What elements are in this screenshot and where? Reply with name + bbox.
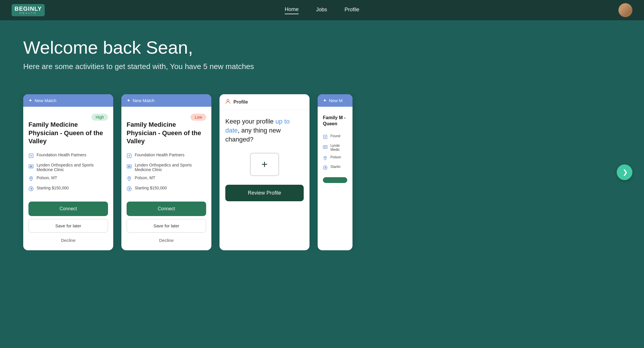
decline-button-2[interactable]: Decline — [127, 236, 206, 244]
card-2-hospital-text: Foundation Health Partners — [135, 153, 184, 157]
card-1-header: ✦ New Match — [23, 94, 113, 107]
building-icon-1 — [28, 163, 34, 169]
profile-prompt-text: Keep your profile up to date, any thing … — [225, 117, 304, 144]
card-1-title: Family Medicine Physician - Queen of the… — [28, 121, 108, 146]
save-button-2[interactable]: Save for later — [127, 219, 206, 233]
avatar[interactable] — [618, 3, 632, 17]
card-1-detail-location: Polson, MT — [28, 175, 108, 182]
card-match-2: ✦ New Match Low Family Medicine Physicia… — [121, 94, 211, 250]
connect-button-2[interactable]: Connect — [127, 202, 206, 216]
decline-button-1[interactable]: Decline — [28, 236, 108, 244]
svg-rect-2 — [31, 166, 32, 167]
card-2-building-text: Lynden Orthopedics and Sports Medicine C… — [135, 163, 206, 172]
sparkle-icon-2: ✦ — [127, 98, 130, 103]
card-2-detail-hospital: Foundation Health Partners — [127, 153, 206, 159]
card-2-title: Family Medicine Physician - Queen of the… — [127, 121, 206, 146]
match-badge-low: Low — [190, 114, 206, 121]
card-2-body: Low Family Medicine Physician - Queen of… — [121, 107, 211, 250]
card-2-detail-building: Lynden Orthopedics and Sports Medicine C… — [127, 163, 206, 172]
svg-point-3 — [30, 177, 32, 179]
plus-icon: + — [261, 158, 267, 171]
card-4-body: Family M - Queen Found Lynde Medic Polso… — [318, 107, 352, 192]
money-icon-4 — [323, 165, 328, 171]
building-icon-2 — [127, 163, 132, 169]
card-1-salary-text: Starting $150,000 — [37, 186, 69, 190]
svg-point-8 — [129, 177, 130, 179]
logo-main-text: BEGINLY — [15, 6, 42, 12]
cards-container: ✦ New Match High Family Medicine Physici… — [0, 94, 644, 250]
chevron-right-icon: ❯ — [623, 168, 628, 176]
card-1-location-text: Polson, MT — [37, 175, 57, 180]
connect-button-1[interactable]: Connect — [28, 202, 108, 216]
card-match-1: ✦ New Match High Family Medicine Physici… — [23, 94, 113, 250]
hero-subtitle: Here are some activities to get started … — [23, 62, 621, 71]
card-4-detail-3: Polson — [323, 155, 347, 161]
next-button[interactable]: ❯ — [617, 164, 632, 180]
card-1-detail-hospital: Foundation Health Partners — [28, 153, 108, 159]
logo[interactable]: BEGINLY HEALTH — [12, 4, 45, 16]
money-icon-2 — [127, 186, 132, 192]
location-icon-2 — [127, 176, 132, 182]
card-4-detail-1: Found — [323, 134, 347, 140]
match-badge-high: High — [91, 114, 108, 121]
person-icon — [225, 98, 231, 106]
card-4-text-4: Startin — [330, 165, 341, 169]
card-4-text-1: Found — [330, 134, 340, 138]
card-4-text-3: Polson — [330, 155, 341, 159]
hero-title: Welcome back Sean, — [23, 38, 621, 57]
nav-profile[interactable]: Profile — [345, 7, 359, 14]
save-button-1[interactable]: Save for later — [28, 219, 108, 233]
card-2-header-label: New Match — [133, 98, 154, 103]
svg-rect-6 — [127, 165, 132, 168]
card-2-salary-text: Starting $150,000 — [135, 186, 167, 190]
hospital-icon-1 — [28, 153, 34, 159]
card-4-title: Family M - Queen — [323, 115, 347, 127]
nav-jobs[interactable]: Jobs — [316, 7, 327, 14]
card-4-header-label: New M — [329, 98, 343, 103]
review-profile-button[interactable]: Review Profile — [225, 185, 304, 201]
logo-sub-text: HEALTH — [20, 12, 37, 14]
svg-rect-12 — [323, 145, 327, 148]
money-icon-1 — [28, 186, 34, 192]
nav-links: Home Jobs Profile — [285, 6, 359, 14]
sparkle-icon-4: ✦ — [323, 98, 327, 103]
svg-rect-7 — [129, 166, 130, 167]
card-1-header-label: New Match — [35, 98, 56, 103]
card-1-building-text: Lynden Orthopedics and Sports Medicine C… — [37, 163, 108, 172]
hero-section: Welcome back Sean, Here are some activit… — [0, 20, 644, 94]
sparkle-icon-1: ✦ — [28, 98, 32, 103]
card-2-detail-salary: Starting $150,000 — [127, 186, 206, 192]
card-4-detail-4: Startin — [323, 165, 347, 171]
svg-point-10 — [227, 99, 229, 102]
card-3-header-label: Profile — [233, 99, 248, 105]
add-content-button[interactable]: + — [250, 153, 279, 176]
card-2-location-text: Polson, MT — [135, 175, 155, 180]
nav-home[interactable]: Home — [285, 6, 298, 14]
svg-rect-1 — [29, 165, 33, 168]
location-icon-1 — [28, 176, 34, 182]
connect-button-4[interactable] — [323, 177, 347, 183]
location-icon-4 — [323, 156, 328, 161]
card-3-header: Profile — [220, 94, 310, 110]
card-profile: Profile Keep your profile up to date, an… — [220, 94, 310, 250]
card-2-header: ✦ New Match — [121, 94, 211, 107]
card-1-body: High Family Medicine Physician - Queen o… — [23, 107, 113, 250]
hospital-icon-4 — [323, 135, 328, 140]
card-1-detail-salary: Starting $150,000 — [28, 186, 108, 192]
building-icon-4 — [323, 144, 328, 150]
card-4-text-2: Lynde Medic — [330, 144, 347, 152]
card-4-detail-2: Lynde Medic — [323, 144, 347, 152]
card-4-header: ✦ New M — [318, 94, 352, 107]
card-1-detail-building: Lynden Orthopedics and Sports Medicine C… — [28, 163, 108, 172]
profile-highlight: up to date — [225, 118, 289, 134]
card-match-3-partial: ✦ New M Family M - Queen Found Lynde Med… — [318, 94, 352, 250]
card-3-body: Keep your profile up to date, any thing … — [220, 110, 310, 208]
avatar-image — [618, 3, 632, 17]
card-1-hospital-text: Foundation Health Partners — [37, 153, 86, 157]
svg-point-13 — [325, 157, 325, 158]
navbar: BEGINLY HEALTH Home Jobs Profile — [0, 0, 644, 20]
card-2-detail-location: Polson, MT — [127, 175, 206, 182]
hospital-icon-2 — [127, 153, 132, 159]
